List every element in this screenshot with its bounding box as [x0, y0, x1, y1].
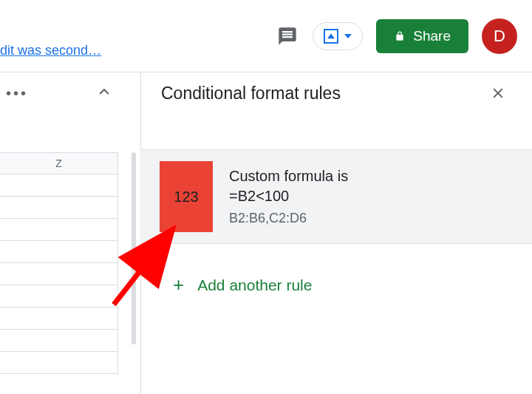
scrollbar[interactable] — [132, 152, 136, 344]
chevron-down-icon — [344, 34, 352, 38]
overflow-menu-icon[interactable]: ••• — [6, 85, 28, 102]
rule-text: Custom formula is =B2<100 B2:B6,C2:D6 — [229, 168, 348, 226]
present-up-icon — [324, 29, 338, 44]
share-label: Share — [413, 28, 451, 44]
cell[interactable] — [0, 219, 118, 241]
comment-history-icon[interactable] — [276, 24, 299, 48]
last-edit-link[interactable]: dit was second… — [0, 43, 101, 58]
account-avatar[interactable]: D — [482, 18, 517, 54]
add-rule-label: Add another rule — [197, 276, 312, 294]
cell[interactable] — [0, 174, 118, 197]
close-icon[interactable] — [489, 84, 507, 102]
cell[interactable] — [0, 241, 118, 263]
add-another-rule-button[interactable]: + Add another rule — [173, 274, 312, 296]
cell[interactable] — [0, 197, 118, 219]
rule-condition-label: Custom formula is — [229, 168, 348, 185]
plus-icon: + — [173, 274, 184, 296]
rule-formula: =B2<100 — [229, 188, 348, 205]
collapse-up-icon[interactable] — [95, 82, 114, 104]
lock-icon — [394, 31, 406, 41]
cell[interactable] — [0, 308, 118, 330]
cell[interactable] — [0, 330, 118, 352]
toolbar-controls: Share D — [276, 18, 517, 54]
top-bar: dit was second… Share D — [0, 0, 532, 72]
rule-preview-swatch: 123 — [160, 161, 213, 232]
conditional-format-rule[interactable]: 123 Custom formula is =B2<100 B2:B6,C2:D… — [140, 149, 532, 244]
panel-title: Conditional format rules — [161, 84, 341, 103]
secondary-bar: ••• Conditional format rules — [0, 72, 532, 114]
cell[interactable] — [0, 352, 118, 374]
rule-range: B2:B6,C2:D6 — [229, 211, 348, 226]
spreadsheet-area: Z — [0, 152, 118, 374]
cell[interactable] — [0, 285, 118, 308]
column-header-z[interactable]: Z — [0, 152, 118, 174]
cell[interactable] — [0, 263, 118, 285]
present-button[interactable] — [313, 22, 363, 50]
share-button[interactable]: Share — [376, 19, 468, 53]
